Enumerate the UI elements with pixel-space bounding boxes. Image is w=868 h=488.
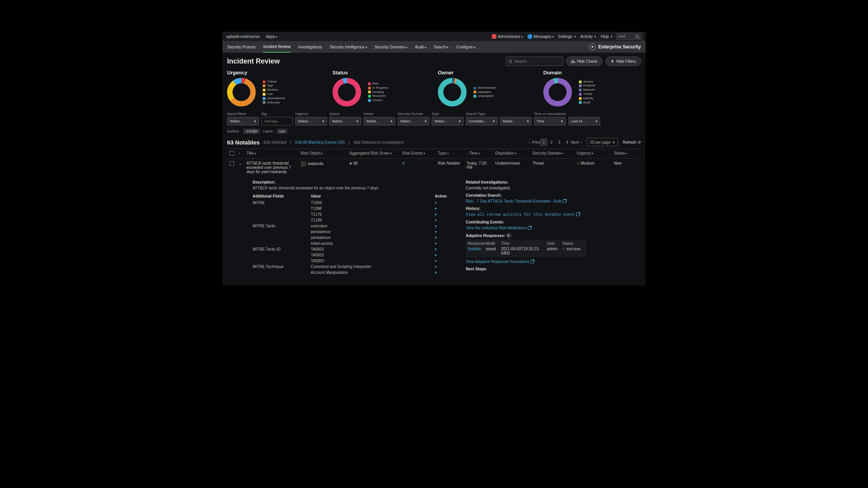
tag-input[interactable]: Add tags... xyxy=(261,117,293,125)
filter-label xyxy=(500,112,532,116)
filter-select[interactable]: Select...▾ xyxy=(295,117,327,125)
cell-urgency: Medium xyxy=(574,161,611,174)
svg-rect-5 xyxy=(573,60,574,63)
help-menu[interactable]: Help xyxy=(601,34,612,39)
cell-domain: Threat xyxy=(530,161,574,174)
edit-selected-link[interactable]: Edit Selected xyxy=(264,140,286,144)
contributing-events-heading: Contributing Events: xyxy=(466,220,586,224)
page-1-button[interactable]: 1 xyxy=(540,139,547,146)
field-action-menu[interactable]: ▾ xyxy=(435,241,446,246)
field-action-menu[interactable]: ▾ xyxy=(435,218,446,222)
correlation-search-link[interactable]: Risk - 7 Day ATT&CK Tactic Threshold Exc… xyxy=(466,199,561,203)
nav-security-domains[interactable]: Security Domains xyxy=(375,42,407,52)
external-link-icon xyxy=(576,213,580,216)
external-link-icon xyxy=(528,226,531,230)
col-time[interactable]: Time xyxy=(464,151,493,156)
field-action-menu[interactable]: ▾ xyxy=(435,253,446,257)
col-status[interactable]: Status xyxy=(611,151,635,156)
response-link[interactable]: Notable xyxy=(468,247,486,255)
nav-security-posture[interactable]: Security Posture xyxy=(227,42,255,52)
page-2-button[interactable]: 2 xyxy=(548,139,555,146)
hide-filters-button[interactable]: ▼ Hide Filters xyxy=(606,57,641,66)
page-4-button[interactable]: 4 xyxy=(563,139,570,146)
filter-select[interactable]: Select...▾ xyxy=(500,117,532,125)
next-steps-heading: Next Steps: xyxy=(466,267,586,271)
prev-chevron-icon[interactable]: ‹ xyxy=(529,140,530,144)
filter-select[interactable]: Last 24 ...▾ xyxy=(568,117,600,125)
hide-charts-button[interactable]: Hide Charts xyxy=(566,57,603,66)
brand-logo: splunk>enterprise xyxy=(226,34,260,39)
apps-menu[interactable]: Apps xyxy=(266,34,277,39)
next-page-button[interactable]: Next xyxy=(571,139,578,146)
nav-search[interactable]: Search xyxy=(434,42,449,52)
row-expand-icon[interactable]: ⌄ xyxy=(236,161,244,174)
messages-menu[interactable]: 7 Messages xyxy=(527,34,554,39)
col-score[interactable]: Aggregated Risk Score xyxy=(347,151,400,156)
nav-security-intelligence[interactable]: Security Intelligence xyxy=(330,42,367,52)
col-urgency[interactable]: Urgency xyxy=(574,151,611,156)
edit-all-link[interactable]: Edit All Matching Events (63) xyxy=(295,140,345,144)
charts-row: Urgency CriticalHighMediumLowInformation… xyxy=(227,70,641,107)
field-row: persistence ▾ xyxy=(253,229,454,235)
field-action-menu[interactable]: ▾ xyxy=(435,259,446,263)
field-action-menu[interactable]: ▾ xyxy=(435,201,446,205)
nav-incident-review[interactable]: Incident Review xyxy=(263,41,291,53)
table-row[interactable]: ⌄ ATT&CK tactic threshold exceeded over … xyxy=(227,159,641,176)
activity-menu[interactable]: Activity xyxy=(580,34,596,39)
earliest-pill[interactable]: -24h@h xyxy=(243,129,260,134)
add-to-investigation-link[interactable]: Add Selected to Investigation xyxy=(353,140,404,144)
latest-pill[interactable]: now xyxy=(277,129,288,134)
col-domain[interactable]: Security Domain xyxy=(530,151,574,156)
svg-rect-4 xyxy=(571,61,572,63)
svg-line-3 xyxy=(511,62,512,63)
nav-configure[interactable]: Configure xyxy=(456,42,475,52)
field-action-menu[interactable]: ▾ xyxy=(435,265,446,269)
filter-select[interactable]: Select...▾ xyxy=(432,117,463,125)
cell-type: Risk Notable xyxy=(436,161,464,174)
next-chevron-icon[interactable]: › xyxy=(580,140,582,144)
contributing-events-link[interactable]: View the individual Risk Attributions xyxy=(466,226,527,230)
refresh-button[interactable]: Refresh ⟳ xyxy=(623,140,641,144)
nav-audit[interactable]: Audit xyxy=(415,42,426,52)
field-row: MITRE Tactic execution ▾ xyxy=(253,223,454,229)
row-checkbox[interactable] xyxy=(229,161,234,166)
filter-select[interactable]: Correlatio...▾ xyxy=(466,117,498,125)
field-action-menu[interactable]: ▾ xyxy=(435,212,446,217)
filter-label: Saved filters xyxy=(227,112,259,116)
col-disposition[interactable]: Disposition xyxy=(493,151,530,156)
filter-label: Search Type xyxy=(466,112,498,116)
field-action-menu[interactable]: ▾ xyxy=(435,224,446,228)
filter-select[interactable]: Select...▾ xyxy=(227,117,259,125)
col-risk-object[interactable]: Risk Object xyxy=(298,151,347,156)
per-page-select[interactable]: 20 per page▾ xyxy=(587,138,618,146)
prev-page-button[interactable]: Prev xyxy=(532,139,539,146)
field-action-menu[interactable]: ▾ xyxy=(435,270,446,275)
administrator-menu[interactable]: 1 Administrator xyxy=(492,34,523,39)
nav-investigations[interactable]: Investigations xyxy=(298,42,322,52)
correlation-search-heading: Correlation Search: xyxy=(466,193,586,198)
filter-select[interactable]: Time▾ xyxy=(534,117,566,125)
page-3-button[interactable]: 3 xyxy=(556,139,563,146)
settings-menu[interactable]: Settings xyxy=(558,34,576,39)
chart-domain: Domain AccessEndpointNetworkThreatIdenti… xyxy=(543,70,641,107)
filter-select[interactable]: Select...▾ xyxy=(398,117,429,125)
field-action-menu[interactable]: ▾ xyxy=(435,206,446,211)
external-link-icon xyxy=(530,260,534,263)
col-events[interactable]: Risk Events xyxy=(400,151,436,156)
filter-select[interactable]: Select...▾ xyxy=(363,117,395,125)
select-all-checkbox[interactable] xyxy=(229,151,234,156)
field-action-menu[interactable]: ▾ xyxy=(435,230,446,234)
field-action-menu[interactable]: ▾ xyxy=(435,235,446,240)
col-type[interactable]: Type xyxy=(436,151,464,156)
chart-legend: NewIn ProgressPendingResolvedClosed xyxy=(368,82,388,103)
filter-select[interactable]: Select...▾ xyxy=(329,117,361,125)
field-action-menu[interactable]: ▾ xyxy=(435,247,446,251)
history-link[interactable]: View all review activity for this Notabl… xyxy=(466,213,575,217)
find-input[interactable]: Find xyxy=(616,33,642,40)
expand-all-icon[interactable]: › xyxy=(236,151,244,156)
adaptive-response-link[interactable]: View Adaptive Response Invocations xyxy=(466,259,529,264)
cell-time: Today, 7:20 PM xyxy=(464,161,493,174)
col-title[interactable]: Title xyxy=(244,151,298,156)
page-search-input[interactable]: Search... xyxy=(506,57,563,66)
cell-events[interactable]: 4 xyxy=(400,161,436,174)
